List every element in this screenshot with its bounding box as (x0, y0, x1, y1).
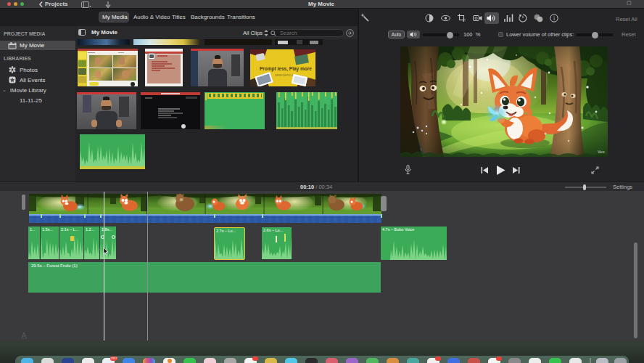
svg-text:Veo: Veo (598, 150, 604, 154)
svg-text:i: i (553, 15, 556, 22)
